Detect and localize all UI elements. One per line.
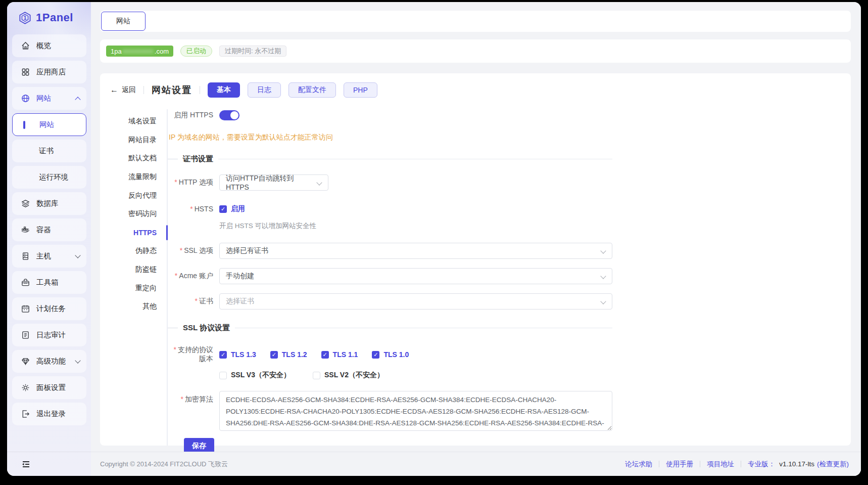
- sidebar-subitem-certificate[interactable]: 证书: [12, 140, 86, 162]
- sidebar-item-label: 主机: [36, 251, 51, 261]
- tab-php[interactable]: PHP: [344, 82, 377, 98]
- site-info-bar: 1pa .com 已启动 过期时间: 永不过期: [100, 39, 851, 63]
- sidebar-subitem-label: 网站: [39, 120, 54, 129]
- enable-https-toggle[interactable]: [219, 110, 239, 120]
- sidebar-subitem-runtime[interactable]: 运行环境: [12, 166, 86, 189]
- subnav-item-domain[interactable]: 域名设置: [110, 112, 167, 131]
- status-badge: 已启动: [180, 46, 212, 57]
- tab-log[interactable]: 日志: [248, 82, 281, 98]
- protocol-label: *支持的协议版本: [168, 345, 213, 364]
- sidebar-item-website[interactable]: 网站: [12, 87, 86, 110]
- sidebar-item-advanced[interactable]: 高级功能: [12, 350, 86, 373]
- chevron-down-icon: [600, 273, 606, 279]
- sidebar-item-database[interactable]: 数据库: [12, 192, 86, 215]
- divider-line: [168, 159, 178, 159]
- tls13-label: TLS 1.3: [231, 350, 256, 359]
- tls12-checkbox[interactable]: ✓: [270, 351, 278, 359]
- subnav-item-redirect[interactable]: 重定向: [110, 279, 167, 297]
- domain-badge[interactable]: 1pa .com: [106, 46, 173, 57]
- subnav-item-reverse-proxy[interactable]: 反向代理: [110, 186, 167, 205]
- tls11-checkbox[interactable]: ✓: [321, 351, 329, 359]
- acme-select[interactable]: 手动创建: [219, 268, 612, 284]
- sidebar-item-container[interactable]: 容器: [12, 218, 86, 241]
- subnav-item-other[interactable]: 其他: [110, 297, 167, 316]
- gear-icon: [21, 383, 30, 392]
- http-option-row: *HTTP 选项 访问HTTP自动跳转到HTTPS: [168, 174, 612, 191]
- forum-help-link[interactable]: 论坛求助: [625, 460, 652, 469]
- divider: [741, 461, 741, 467]
- sslv2-checkbox[interactable]: [313, 372, 320, 379]
- footer: Copyright © 2014-2024 FIT2CLOUD 飞致云 论坛求助…: [91, 452, 861, 476]
- project-site-link[interactable]: 项目地址: [707, 460, 734, 469]
- hsts-checkbox-group: ✓ 启用: [219, 204, 245, 213]
- subnav-item-anti-leech[interactable]: 防盗链: [110, 260, 167, 279]
- back-arrow-icon: ←: [110, 85, 118, 95]
- chevron-down-icon: [75, 252, 80, 258]
- subnav-item-default-doc[interactable]: 默认文档: [110, 149, 167, 168]
- acme-label: *Acme 账户: [168, 272, 213, 281]
- tls11-label: TLS 1.1: [333, 350, 358, 359]
- sidebar-item-label: 面板设置: [36, 383, 66, 392]
- cert-select[interactable]: 选择证书: [219, 293, 612, 310]
- subnav-item-rewrite[interactable]: 伪静态: [110, 242, 167, 260]
- subnav-item-https[interactable]: HTTPS: [110, 224, 167, 242]
- subnav-item-password-access[interactable]: 密码访问: [110, 205, 167, 224]
- sidebar-subitem-website[interactable]: 网站: [12, 113, 86, 136]
- tab-config-file[interactable]: 配置文件: [288, 82, 336, 98]
- required-asterisk: *: [175, 272, 177, 280]
- acme-value: 手动创建: [226, 272, 254, 281]
- required-asterisk: *: [181, 395, 183, 403]
- check-update-link[interactable]: (检查更新): [817, 460, 849, 469]
- sslv3-checkbox[interactable]: [219, 372, 227, 379]
- cert-row: *证书 选择证书: [168, 293, 612, 310]
- tab-website[interactable]: 网站: [101, 12, 146, 31]
- http-option-select[interactable]: 访问HTTP自动跳转到HTTPS: [219, 174, 328, 191]
- hsts-checkbox[interactable]: ✓: [219, 205, 227, 213]
- sidebar-item-host[interactable]: 主机: [12, 245, 86, 268]
- user-manual-link[interactable]: 使用手册: [666, 460, 693, 469]
- sidebar-item-label: 数据库: [36, 199, 59, 208]
- protocol-row-2: SSL V3（不安全） SSL V2（不安全）: [168, 371, 612, 380]
- http-option-value: 访问HTTP自动跳转到HTTPS: [226, 174, 313, 191]
- sidebar-item-appstore[interactable]: 应用商店: [12, 61, 86, 83]
- sidebar-item-panel-settings[interactable]: 面板设置: [12, 376, 86, 399]
- collapse-sidebar-icon[interactable]: [21, 460, 31, 469]
- ssl-option-row: *SSL 选项 选择已有证书: [168, 243, 612, 259]
- hsts-help-text: 开启 HSTS 可以增加网站安全性: [219, 222, 316, 231]
- sidebar: 1 1Panel 概览 应用商店 网: [7, 2, 91, 476]
- divider: [143, 86, 144, 94]
- footer-links: 论坛求助 使用手册 项目地址 专业版： v1.10.17-lts (检查更新): [625, 460, 849, 469]
- tab-basic[interactable]: 基本: [208, 82, 240, 98]
- ssl-option-select[interactable]: 选择已有证书: [219, 243, 612, 259]
- settings-body: 域名设置 网站目录 默认文档 流量限制 反向代理 密码访问 HTTPS 伪静态 …: [110, 99, 841, 446]
- settings-subnav: 域名设置 网站目录 默认文档 流量限制 反向代理 密码访问 HTTPS 伪静态 …: [110, 109, 168, 446]
- subnav-item-rate-limit[interactable]: 流量限制: [110, 168, 167, 187]
- ssl-option-label: *SSL 选项: [168, 246, 213, 255]
- domain-suffix: .com: [155, 48, 169, 55]
- edition-label: 专业版：: [748, 460, 775, 469]
- sidebar-item-label: 网站: [36, 94, 51, 103]
- ssl-protocol-section-title: SSL 协议设置: [183, 323, 230, 333]
- cert-label: *证书: [168, 297, 213, 306]
- settings-card: ← 返回 网站设置 基本 日志 配置文件 PHP 域名设置 网站目录 默认文: [100, 73, 851, 446]
- sidebar-item-label: 计划任务: [36, 304, 66, 314]
- sidebar-footer: [7, 452, 91, 476]
- required-asterisk: *: [195, 297, 198, 305]
- sidebar-item-logs[interactable]: 日志审计: [12, 324, 86, 346]
- sidebar-item-overview[interactable]: 概览: [12, 34, 86, 57]
- tls12-label: TLS 1.2: [282, 350, 307, 359]
- cron-icon: [21, 304, 30, 314]
- tls13-checkbox[interactable]: ✓: [219, 351, 227, 359]
- divider: [200, 86, 200, 94]
- chevron-up-icon: [75, 97, 80, 102]
- container-icon: [21, 225, 30, 235]
- sidebar-item-toolbox[interactable]: 工具箱: [12, 271, 86, 294]
- chevron-down-icon: [600, 298, 606, 304]
- sidebar-item-cronjob[interactable]: 计划任务: [12, 297, 86, 320]
- cipher-textarea[interactable]: ECDHE-ECDSA-AES256-GCM-SHA384:ECDHE-RSA-…: [219, 391, 612, 431]
- sidebar-item-logout[interactable]: 退出登录: [12, 403, 86, 425]
- tls10-checkbox[interactable]: ✓: [372, 351, 379, 359]
- subnav-item-site-dir[interactable]: 网站目录: [110, 131, 167, 150]
- back-button[interactable]: ← 返回: [110, 85, 136, 95]
- protocol-sslv2: SSL V2（不安全）: [313, 371, 384, 380]
